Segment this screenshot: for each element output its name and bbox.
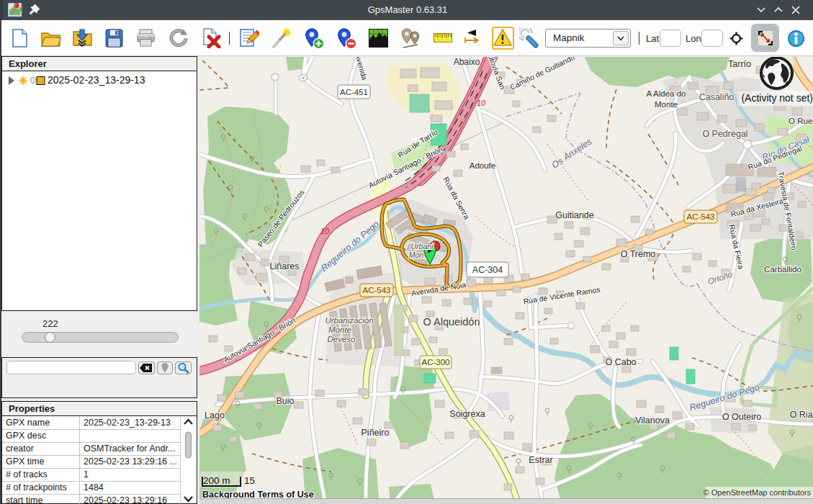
svg-text:O Outeiro: O Outeiro — [722, 412, 761, 422]
svg-text:Lago: Lago — [205, 410, 225, 420]
svg-text:AC-451: AC-451 — [340, 88, 368, 96]
svg-text:Soigrexa: Soigrexa — [449, 409, 485, 419]
svg-text:(Activity not set): (Activity not set) — [741, 92, 813, 104]
svg-text:Urbani: Urbani — [411, 242, 434, 251]
svg-text:Adoufe: Adoufe — [470, 161, 495, 170]
svg-text:Monte: Monte — [328, 325, 351, 334]
svg-text:Tarrío: Tarrío — [728, 59, 751, 69]
svg-text:200 m: 200 m — [203, 475, 230, 486]
svg-text:O Alqueidón: O Alqueidón — [423, 316, 480, 328]
svg-text:Abaixo: Abaixo — [454, 57, 480, 67]
svg-text:AC-543: AC-543 — [687, 212, 715, 221]
svg-text:© OpenStreetMap contributors: © OpenStreetMap contributors — [704, 488, 812, 497]
svg-text:15: 15 — [244, 475, 255, 486]
svg-text:AC-304: AC-304 — [472, 265, 503, 275]
svg-text:O Tremo: O Tremo — [621, 249, 656, 259]
svg-text:Piñeiro: Piñeiro — [361, 428, 390, 438]
svg-text:10: 10 — [320, 227, 330, 235]
svg-text:Estrar: Estrar — [529, 455, 552, 465]
svg-text:O Cabo: O Cabo — [605, 357, 636, 367]
svg-text:Carballido: Carballido — [764, 265, 801, 274]
svg-text:O Ruei: O Ruei — [789, 117, 813, 125]
svg-text:Deveso: Deveso — [328, 335, 356, 343]
svg-text:Buio: Buio — [276, 396, 294, 406]
svg-text:Casaliño: Casaliño — [699, 92, 735, 102]
svg-text:Guitiande: Guitiande — [555, 210, 594, 220]
svg-text:Monte: Monte — [655, 100, 678, 109]
svg-text:10: 10 — [477, 99, 486, 107]
svg-text:Vilanova: Vilanova — [635, 415, 670, 426]
svg-text:Urbanización: Urbanización — [325, 316, 373, 325]
svg-text:Mon: Mon — [409, 251, 424, 259]
svg-text:AC-543: AC-543 — [363, 286, 391, 294]
svg-text:O Pedregal: O Pedregal — [702, 129, 747, 139]
svg-text:A Aldea do: A Aldea do — [647, 89, 686, 98]
svg-text:Liñares: Liñares — [270, 261, 300, 271]
svg-text:O Rial: O Rial — [790, 410, 813, 420]
svg-text:Background Terms of Use: Background Terms of Use — [202, 490, 314, 498]
svg-text:AC-300: AC-300 — [422, 358, 450, 366]
